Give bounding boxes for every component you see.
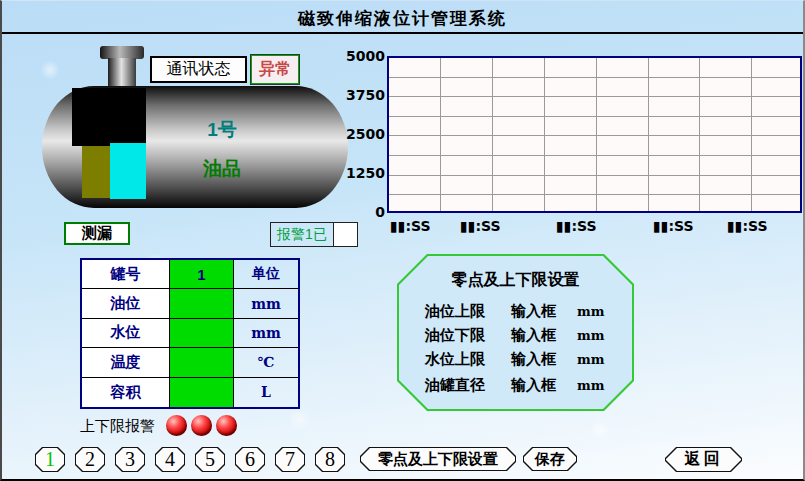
save-button[interactable]: 保存 [523,447,577,471]
table-row-unit: ℃ [234,348,298,377]
back-button[interactable]: 返回 [665,447,742,472]
table-row-label: 罐号 [82,260,170,289]
table-row-unit: mm [234,289,298,318]
setting-label: 油位下限 [425,326,511,345]
comm-status-button[interactable]: 通讯状态 [150,56,247,83]
table-row-unit: mm [234,319,298,348]
table-row-value: 1 [170,260,234,289]
setting-label: 水位上限 [425,350,511,369]
tank-button-1[interactable]: 1 [35,447,65,472]
trend-chart-plot [387,56,802,213]
y-axis-tick: 2500 [342,126,385,142]
tank-button-5[interactable]: 5 [195,447,225,472]
limits-settings-panel: 零点及上下限设置 油位上限 输入框 mm 油位下限 输入框 mm 水位上限 输入… [397,254,634,411]
table-row-label: 容积 [82,378,170,407]
tank-oil-level-bar [82,146,110,198]
leak-test-button[interactable]: 测漏 [64,222,130,245]
tank-button-7[interactable]: 7 [275,447,305,472]
alarm-light-icon [216,415,237,436]
setting-label: 油罐直径 [425,376,511,395]
tank-button-8[interactable]: 8 [315,447,345,472]
page-title: 磁致伸缩液位计管理系统 [2,7,803,30]
table-unit-header: 单位 [234,260,298,289]
tank-button-3[interactable]: 3 [115,447,145,472]
title-divider [2,32,803,34]
limits-settings-button[interactable]: 零点及上下限设置 [360,447,516,471]
alarm-light-icon [191,415,212,436]
table-row-unit: L [234,378,298,407]
setting-input-field[interactable]: 输入框 [511,376,577,395]
setting-unit: mm [577,352,605,367]
settings-row: 油罐直径 输入框 mm [425,374,615,396]
table-row-value [170,378,234,407]
x-axis-tick: ▮▮:SS [556,218,602,234]
tank-level-empty-area [72,88,146,146]
main-screen: { "title": "磁致伸缩液位计管理系统", "tank": { "nam… [0,0,805,481]
setting-unit: mm [577,378,605,393]
setting-unit: mm [577,328,605,343]
settings-row: 水位上限 输入框 mm [425,348,615,370]
table-row-label: 水位 [82,319,170,348]
limit-alarm-label: 上下限报警 [80,417,155,436]
tank-nozzle-neck [108,58,136,89]
table-row-label: 油位 [82,289,170,318]
tank-product-label: 油品 [162,156,282,182]
tank-button-4[interactable]: 4 [155,447,185,472]
setting-input-field[interactable]: 输入框 [511,302,577,321]
y-axis-tick: 0 [342,204,385,220]
tank-button-6[interactable]: 6 [235,447,265,472]
tank-number-label: 1号 [162,117,282,143]
x-axis-tick: ▮▮:SS [727,218,773,234]
y-axis-tick: 5000 [342,48,385,64]
table-row-value [170,289,234,318]
table-row-value [170,348,234,377]
table-row-value [170,319,234,348]
setting-input-field[interactable]: 输入框 [511,326,577,345]
y-axis-tick: 3750 [342,87,385,103]
alarm-status-value [333,223,357,246]
limits-settings-panel-inner: 零点及上下限设置 油位上限 输入框 mm 油位下限 输入框 mm 水位上限 输入… [399,256,632,409]
alarm-light-icon [166,415,187,436]
setting-input-field[interactable]: 输入框 [511,350,577,369]
settings-row: 油位上限 输入框 mm [425,300,615,322]
setting-label: 油位上限 [425,302,511,321]
tank-water-level-bar [110,143,146,199]
y-axis-tick: 1250 [342,165,385,181]
settings-row: 油位下限 输入框 mm [425,324,615,346]
alarm-status-box: 报警1已 [270,222,358,247]
settings-panel-title: 零点及上下限设置 [399,270,632,291]
tank-data-table: 罐号 1 单位 油位 mm 水位 mm 温度 ℃ 容积 L [80,258,300,409]
alarm-status-label: 报警1已 [271,223,333,246]
table-row-label: 温度 [82,348,170,377]
x-axis-tick: ▮▮:SS [653,218,699,234]
tank-button-2[interactable]: 2 [75,447,105,472]
setting-unit: mm [577,304,605,319]
x-axis-tick: ▮▮:SS [460,218,506,234]
x-axis-tick: ▮▮:SS [390,218,436,234]
comm-status-indicator: 异常 [251,55,299,84]
